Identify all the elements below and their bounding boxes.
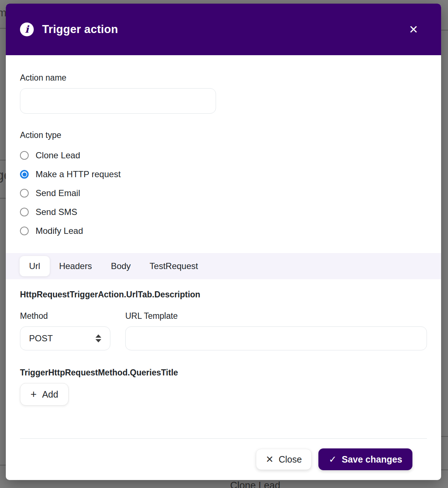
method-select[interactable]: POST — [20, 326, 110, 350]
tab-body[interactable]: Body — [101, 256, 140, 276]
url-tab-panel: HttpRequestTriggerAction.UrlTab.Descript… — [20, 279, 427, 406]
backdrop-text-fragment-bottom: Clone Lead — [230, 480, 280, 488]
radio-option-label: Send SMS — [36, 207, 77, 217]
action-name-input[interactable] — [20, 88, 216, 114]
radio-icon[interactable] — [20, 170, 29, 179]
radio-option-send-sms[interactable]: Send SMS — [20, 203, 427, 221]
save-changes-button[interactable]: ✓ Save changes — [318, 448, 412, 470]
radio-option-label: Modify Lead — [36, 226, 83, 236]
backdrop-divider — [0, 160, 6, 160]
radio-option-label: Make a HTTP request — [36, 169, 121, 179]
url-template-input[interactable] — [125, 326, 427, 350]
method-url-labels-row: Method URL Template — [20, 311, 427, 321]
action-type-radio-group: Clone Lead Make a HTTP request Send Emai… — [20, 146, 427, 240]
radio-option-send-email[interactable]: Send Email — [20, 184, 427, 203]
tab-testrequest[interactable]: TestRequest — [140, 256, 207, 276]
add-button-label: Add — [42, 389, 58, 400]
method-select-value: POST — [29, 333, 53, 343]
plus-icon: + — [30, 389, 37, 400]
select-caret-icon — [95, 334, 101, 342]
backdrop-divider — [0, 198, 6, 199]
request-tabs: Url Headers Body TestRequest — [6, 253, 441, 279]
modal-title: Trigger action — [42, 23, 118, 36]
action-type-label: Action type — [20, 130, 427, 140]
backdrop-divider — [441, 30, 448, 30]
action-name-label: Action name — [20, 73, 427, 83]
close-button[interactable]: ✕ Close — [256, 449, 312, 470]
method-label: Method — [20, 311, 125, 321]
info-icon: i — [20, 23, 34, 36]
radio-icon[interactable] — [20, 208, 29, 216]
add-query-button[interactable]: + Add — [20, 383, 69, 406]
method-url-controls-row: POST — [20, 326, 427, 350]
radio-option-label: Send Email — [36, 188, 80, 198]
backdrop-divider — [0, 28, 6, 29]
url-template-label: URL Template — [125, 311, 178, 321]
radio-icon[interactable] — [20, 151, 29, 160]
radio-icon[interactable] — [20, 227, 29, 235]
radio-option-clone-lead[interactable]: Clone Lead — [20, 146, 427, 165]
url-tab-description: HttpRequestTriggerAction.UrlTab.Descript… — [20, 290, 427, 300]
tab-headers[interactable]: Headers — [50, 256, 102, 276]
modal-footer: ✕ Close ✓ Save changes — [20, 438, 427, 480]
backdrop-divider — [441, 436, 448, 437]
close-x-icon: ✕ — [266, 455, 274, 464]
modal-body: Action name Action type Clone Lead Make … — [6, 55, 441, 480]
info-icon-glyph: i — [25, 24, 29, 34]
close-icon[interactable]: ✕ — [407, 24, 420, 35]
backdrop-divider — [0, 465, 6, 465]
save-button-label: Save changes — [342, 454, 402, 465]
radio-option-label: Clone Lead — [36, 150, 80, 160]
tab-url[interactable]: Url — [20, 256, 50, 276]
radio-option-http-request[interactable]: Make a HTTP request — [20, 165, 427, 184]
backdrop-divider — [441, 469, 448, 470]
close-button-label: Close — [279, 454, 302, 465]
radio-icon[interactable] — [20, 189, 29, 198]
modal-header: i Trigger action ✕ — [6, 4, 441, 55]
trigger-action-modal: i Trigger action ✕ Action name Action ty… — [6, 4, 441, 480]
queries-title: TriggerHttpRequestMethod.QueriesTitle — [20, 368, 427, 378]
radio-option-modify-lead[interactable]: Modify Lead — [20, 221, 427, 240]
check-icon: ✓ — [329, 455, 337, 464]
